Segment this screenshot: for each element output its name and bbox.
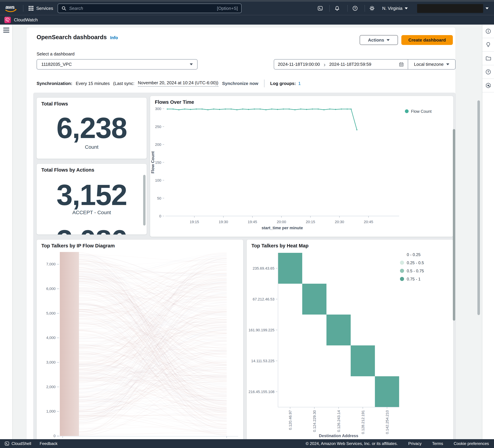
date-range-fields[interactable]: 2024-11-18T19:00:00 › 2024-11-18T20:59:5… bbox=[274, 60, 408, 69]
quick-setup-panel-button[interactable] bbox=[482, 79, 494, 92]
chevron-down-icon bbox=[485, 7, 489, 9]
help-button[interactable]: ? bbox=[350, 4, 360, 13]
timezone-value: Local timezone bbox=[414, 62, 444, 67]
svg-text:2,000: 2,000 bbox=[46, 385, 56, 389]
cookie-preferences-link[interactable]: Cookie preferences bbox=[454, 441, 489, 446]
card-top-talkers-heat-map: Top Talkers by Heat Map 235.69.43.6567.2… bbox=[247, 240, 453, 448]
help-icon: ? bbox=[485, 69, 492, 75]
svg-text:216.45.155.108: 216.45.155.108 bbox=[248, 390, 274, 394]
cloudshell-nav-button[interactable] bbox=[315, 4, 325, 13]
svg-text:aws: aws bbox=[5, 4, 14, 10]
help-panel-button[interactable]: ? bbox=[482, 65, 494, 79]
privacy-link[interactable]: Privacy bbox=[408, 441, 422, 446]
create-dashboard-button[interactable]: Create dashboard bbox=[401, 35, 453, 45]
search-input[interactable] bbox=[69, 6, 214, 11]
svg-text:start_time per minute: start_time per minute bbox=[261, 226, 303, 230]
left-sidebar-collapsed bbox=[0, 25, 13, 439]
svg-text:14.111.53.225: 14.111.53.225 bbox=[251, 359, 274, 363]
notifications-button[interactable] bbox=[332, 4, 342, 13]
cloudshell-terminal-icon bbox=[317, 5, 323, 11]
window-top-strip bbox=[0, 0, 494, 2]
last-sync-value[interactable]: November 20, 2024 at 10:24 (UTC-6:00)) bbox=[138, 80, 218, 87]
services-label: Services bbox=[36, 6, 53, 11]
nav-divider bbox=[23, 5, 23, 12]
svg-text:20:00: 20:00 bbox=[277, 220, 286, 224]
svg-text:0.25 - 0.5: 0.25 - 0.5 bbox=[407, 260, 424, 265]
card-scrollbar[interactable] bbox=[143, 175, 146, 226]
hexagon-settings-icon bbox=[485, 82, 492, 89]
date-end-value[interactable]: 2024-11-18T20:59:59 bbox=[329, 62, 371, 67]
accept-count-label: ACCEPT - Count bbox=[37, 210, 147, 215]
actions-button[interactable]: Actions bbox=[360, 35, 398, 45]
cloudwatch-icon bbox=[4, 17, 11, 23]
cloudshell-footer-button[interactable]: CloudShell bbox=[4, 441, 31, 446]
svg-text:250: 250 bbox=[155, 125, 161, 129]
menu-hamburger-icon[interactable] bbox=[3, 28, 10, 33]
svg-text:0.75 - 1: 0.75 - 1 bbox=[407, 277, 420, 281]
page-title: OpenSearch dashboards bbox=[37, 34, 107, 40]
svg-text:7,000: 7,000 bbox=[46, 262, 56, 266]
nav-divider bbox=[329, 5, 330, 12]
aws-logo[interactable]: aws bbox=[4, 4, 19, 13]
account-menu-caret[interactable] bbox=[485, 2, 489, 15]
calendar-button[interactable] bbox=[399, 62, 404, 67]
svg-text:67.212.46.53: 67.212.46.53 bbox=[253, 297, 274, 301]
svg-text:161.90.199.225: 161.90.199.225 bbox=[248, 328, 274, 332]
svg-text:4,000: 4,000 bbox=[46, 336, 56, 340]
sync-frequency: Every 15 minutes bbox=[76, 81, 110, 86]
svg-text:20:30: 20:30 bbox=[335, 220, 344, 224]
svg-text:100: 100 bbox=[155, 178, 161, 182]
services-menu-button[interactable]: Services bbox=[28, 2, 53, 15]
svg-text:0.124.229.30: 0.124.229.30 bbox=[312, 410, 317, 432]
svg-text:1,000: 1,000 bbox=[46, 409, 56, 413]
svg-text:19:45: 19:45 bbox=[248, 220, 257, 224]
region-selector[interactable]: N. Virginia bbox=[382, 2, 408, 15]
console-footer: CloudShell Feedback © 2024, Amazon Web S… bbox=[0, 439, 494, 448]
log-groups-count-link[interactable]: 1 bbox=[298, 81, 300, 86]
settings-gear-icon bbox=[369, 5, 375, 11]
info-panel-button[interactable] bbox=[482, 25, 494, 38]
chevron-down-icon bbox=[446, 64, 449, 65]
svg-text:0 - 0.25: 0 - 0.25 bbox=[407, 252, 420, 257]
chevron-down-icon bbox=[387, 39, 390, 41]
svg-text:Destination Address: Destination Address bbox=[319, 434, 358, 438]
svg-text:0.120.46.97: 0.120.46.97 bbox=[288, 410, 292, 430]
svg-text:0: 0 bbox=[159, 214, 161, 218]
lightbulb-icon bbox=[485, 41, 492, 48]
svg-text:19:15: 19:15 bbox=[190, 220, 199, 224]
nav-divider bbox=[347, 5, 348, 12]
synchronize-now-link[interactable]: Synchronize now bbox=[222, 81, 258, 86]
svg-text:0.142.254.210: 0.142.254.210 bbox=[385, 410, 389, 434]
insights-panel-button[interactable] bbox=[482, 38, 494, 52]
svg-text:20:45: 20:45 bbox=[364, 220, 373, 224]
info-link[interactable]: Info bbox=[110, 35, 118, 40]
feedback-link[interactable]: Feedback bbox=[40, 441, 57, 446]
chevron-down-icon bbox=[405, 7, 408, 9]
accept-count-value: 3,152 bbox=[37, 180, 147, 209]
ip-flow-diagram-chart: 01,0002,0003,0004,0005,0006,0007,000Sour… bbox=[37, 240, 243, 448]
resources-panel-button[interactable] bbox=[482, 52, 494, 65]
total-flows-label: Count bbox=[37, 144, 147, 150]
timezone-select[interactable]: Local timezone bbox=[408, 60, 455, 69]
divider bbox=[264, 79, 264, 87]
search-shortcut: [Option+S] bbox=[217, 6, 238, 11]
page-vertical-scrollbar[interactable] bbox=[477, 100, 480, 315]
dashboard-selected-value: 11182035_VPC bbox=[41, 62, 72, 67]
breadcrumb-cloudwatch[interactable]: CloudWatch bbox=[14, 17, 38, 23]
svg-text:0.126.243.14: 0.126.243.14 bbox=[337, 410, 341, 432]
calendar-icon bbox=[399, 62, 404, 67]
svg-text:6,000: 6,000 bbox=[46, 287, 56, 291]
svg-text:Flow Count: Flow Count bbox=[411, 109, 432, 114]
dashboard-vertical-scrollbar[interactable] bbox=[453, 129, 455, 321]
dashboard-select[interactable]: 11182035_VPC bbox=[37, 59, 198, 70]
settings-button[interactable] bbox=[367, 4, 377, 13]
second-metric-value-partial: 3,086 bbox=[37, 226, 147, 234]
select-dashboard-label: Select a dashboard bbox=[37, 51, 74, 57]
account-menu-redacted[interactable] bbox=[417, 4, 483, 13]
terms-link[interactable]: Terms bbox=[432, 441, 443, 446]
date-start-value[interactable]: 2024-11-18T19:00:00 bbox=[278, 62, 320, 67]
total-flows-value: 6,238 bbox=[37, 113, 147, 142]
svg-text:200: 200 bbox=[155, 142, 161, 147]
notifications-bell-icon bbox=[334, 5, 340, 11]
svg-text:0.5 - 0.75: 0.5 - 0.75 bbox=[407, 269, 424, 273]
